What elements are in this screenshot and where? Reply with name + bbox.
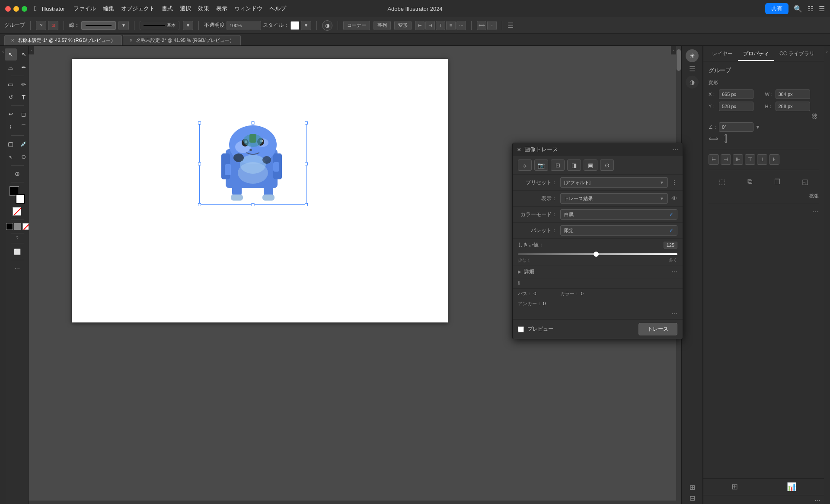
- align-left-btn[interactable]: ⊢: [709, 154, 719, 165]
- tab-close-1[interactable]: ✕: [11, 38, 14, 43]
- h-input[interactable]: [776, 102, 810, 111]
- search-icon[interactable]: 🔍: [794, 5, 802, 13]
- menu-edit[interactable]: 編集: [103, 5, 114, 13]
- flip-h-icon[interactable]: ⟺: [709, 134, 718, 143]
- tab-properties[interactable]: プロパティ: [738, 48, 774, 61]
- panel-icon-3[interactable]: ❐: [771, 175, 783, 188]
- w-input[interactable]: [776, 89, 810, 99]
- threshold-value[interactable]: 125: [664, 242, 677, 249]
- align-center-btn[interactable]: ⊣: [425, 21, 435, 30]
- grid-icon[interactable]: ☷: [808, 5, 814, 13]
- trace-icon-bw[interactable]: ⊡: [551, 159, 565, 171]
- options-more-btn[interactable]: ☰: [508, 21, 514, 29]
- panel-icon-2[interactable]: ⧉: [744, 175, 756, 188]
- color-wheel-btn[interactable]: ◑: [322, 20, 332, 31]
- undo-tool[interactable]: ↩: [5, 108, 17, 120]
- trace-icon-auto[interactable]: ☼: [518, 159, 532, 171]
- gradient-tool[interactable]: ∿: [5, 151, 17, 163]
- menu-type[interactable]: 書式: [162, 5, 173, 13]
- menu-file[interactable]: ファイル: [73, 5, 96, 13]
- fullscreen-button[interactable]: [22, 6, 27, 12]
- menu-effect[interactable]: 効果: [198, 5, 209, 13]
- eraser-tool[interactable]: ◻: [18, 108, 30, 120]
- right-collapse-btn[interactable]: ›: [824, 46, 830, 504]
- gray-swatch[interactable]: [14, 223, 21, 230]
- align-right-btn[interactable]: ⊩: [733, 154, 743, 165]
- handle-tr[interactable]: [305, 121, 308, 124]
- graph-icon[interactable]: 📊: [787, 482, 796, 491]
- mesh-tool[interactable]: ⎔: [18, 151, 30, 163]
- panels-icon[interactable]: ☰: [819, 5, 825, 13]
- link-proportional[interactable]: ⛓: [709, 113, 819, 120]
- menu-window[interactable]: ウィンドウ: [234, 5, 262, 13]
- preset-select[interactable]: [アフォルト] ▼: [560, 177, 668, 188]
- pen-tool[interactable]: ✒: [18, 61, 30, 73]
- handle-tm[interactable]: [252, 121, 255, 124]
- menu-object[interactable]: オブジェクト: [121, 5, 155, 13]
- corner-btn[interactable]: コーナー: [343, 21, 370, 30]
- canvas-left-collapse[interactable]: ›: [29, 46, 34, 54]
- trace-icon-outline[interactable]: ⊙: [600, 159, 614, 171]
- style-dropdown[interactable]: ▼: [301, 21, 311, 30]
- more-options[interactable]: ⋯: [709, 205, 819, 219]
- text-tool[interactable]: T: [18, 91, 30, 103]
- transform-btn[interactable]: 変形: [394, 21, 412, 30]
- trace-more-btn[interactable]: ⋯: [672, 146, 678, 153]
- detail-more-btn[interactable]: ⋯: [671, 268, 677, 275]
- close-button[interactable]: [5, 6, 11, 12]
- selection-tool[interactable]: ↖: [5, 48, 17, 61]
- trace-btn[interactable]: トレース: [638, 323, 677, 335]
- minimize-button[interactable]: [13, 6, 19, 12]
- align-center-h-btn[interactable]: ⊣: [721, 154, 731, 165]
- angle-dropdown[interactable]: ▼: [755, 124, 760, 130]
- brush-tool[interactable]: ✏: [18, 78, 30, 90]
- rectangle-tool[interactable]: ▭: [5, 78, 17, 90]
- tab-1[interactable]: ✕ 名称未設定-1* @ 42.57 % (RGB/プレビュー）: [4, 35, 122, 45]
- right-collapse-arrow[interactable]: ‹: [671, 46, 676, 54]
- more-options-btn[interactable]: ⋮: [487, 21, 497, 30]
- preset-options-icon[interactable]: ⋮: [671, 179, 677, 186]
- stats-more-btn[interactable]: ⋯: [671, 310, 677, 317]
- tab-layers[interactable]: レイヤー: [707, 48, 738, 61]
- menu-view[interactable]: 表示: [216, 5, 227, 13]
- handle-br[interactable]: [305, 203, 308, 206]
- palette-select[interactable]: 限定 ✓: [560, 225, 677, 236]
- align-btn[interactable]: 整列: [374, 21, 391, 30]
- tab-close-2[interactable]: ✕: [129, 38, 133, 43]
- trace-icon-gray[interactable]: ◨: [567, 159, 581, 171]
- flip-v-icon[interactable]: ⟺: [722, 134, 730, 144]
- no-fill-swatch[interactable]: [13, 207, 22, 217]
- x-input[interactable]: [719, 89, 753, 99]
- stroke-options-btn[interactable]: ▼: [118, 21, 129, 30]
- expand-label[interactable]: 拡張: [709, 191, 819, 201]
- align-more-btn[interactable]: ⋯: [456, 21, 466, 30]
- side-icon-circle[interactable]: ◑: [686, 76, 699, 89]
- tab-2[interactable]: ✕ 名称未設定-2* @ 41.95 % (RGB/プレビュー）: [123, 35, 240, 45]
- detail-section[interactable]: ▶ 詳細 ⋯: [513, 265, 683, 278]
- opacity-input[interactable]: [227, 21, 261, 30]
- side-icon-menu[interactable]: ☰: [689, 65, 695, 73]
- style-swatch[interactable]: [290, 21, 299, 30]
- align-bottom-btn[interactable]: ⊦: [769, 154, 779, 165]
- distribute-btn[interactable]: ⟺: [477, 21, 486, 30]
- transform-icon[interactable]: ⊡: [48, 21, 58, 30]
- display-eye-icon[interactable]: 👁: [671, 195, 677, 202]
- side-icon-tool[interactable]: ⊟: [690, 494, 695, 502]
- info-icon[interactable]: ℹ: [518, 280, 520, 287]
- colormode-select[interactable]: 白黒 ✓: [560, 209, 677, 220]
- side-icon-layers[interactable]: ⊞: [690, 483, 695, 491]
- smooth-tool[interactable]: ⌒: [18, 121, 30, 133]
- rectangle-tool-2[interactable]: ▢: [5, 138, 17, 150]
- handle-bm[interactable]: [252, 203, 255, 206]
- align-top-btn[interactable]: ⊤: [745, 154, 755, 165]
- stroke-style-dropdown[interactable]: ▼: [183, 21, 193, 30]
- y-input[interactable]: [719, 102, 753, 111]
- align-center-v-btn[interactable]: ⊥: [757, 154, 767, 165]
- share-button[interactable]: 共有: [765, 3, 788, 14]
- direct-selection-tool[interactable]: ⇖: [18, 48, 30, 61]
- layers-icon[interactable]: ⊞: [731, 482, 738, 491]
- menu-select[interactable]: 選択: [180, 5, 191, 13]
- menu-help[interactable]: ヘルプ: [269, 5, 286, 13]
- eyedropper-tool[interactable]: 💉: [18, 138, 30, 150]
- horizontal-scrollbar-track[interactable]: [29, 501, 676, 504]
